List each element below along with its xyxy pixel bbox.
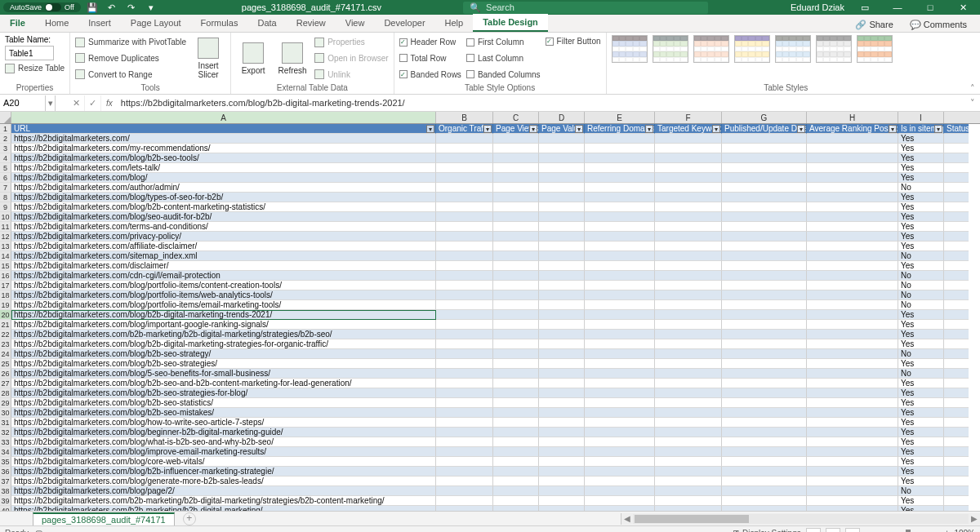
cell[interactable]	[493, 418, 539, 428]
cell[interactable]	[539, 447, 585, 457]
comments-button[interactable]: 💬 Comments	[905, 18, 972, 32]
row-header[interactable]: 7	[0, 183, 11, 193]
table-row[interactable]: 25https://b2bdigitalmarketers.com/blog/b…	[0, 359, 980, 369]
cell[interactable]	[655, 388, 722, 398]
cell[interactable]: https://b2bdigitalmarketers.com/cdn-cgi/…	[11, 271, 436, 281]
cell[interactable]	[944, 290, 969, 300]
table-row[interactable]: 36https://b2bdigitalmarketers.com/blog/b…	[0, 467, 980, 477]
cell[interactable]	[539, 242, 585, 251]
cell[interactable]	[436, 212, 493, 222]
cell[interactable]: Yes	[898, 193, 944, 202]
cell[interactable]	[944, 408, 969, 418]
table-style-swatch[interactable]	[734, 35, 770, 63]
cell[interactable]	[585, 193, 655, 202]
cell[interactable]	[944, 437, 969, 447]
cell[interactable]	[539, 457, 585, 467]
cell[interactable]	[493, 310, 539, 320]
row-header[interactable]: 29	[0, 398, 11, 408]
cell[interactable]	[944, 193, 969, 202]
tab-review[interactable]: Review	[287, 14, 336, 32]
cell[interactable]	[722, 144, 807, 153]
export-button[interactable]: Export	[236, 35, 270, 82]
table-style-swatch[interactable]	[816, 35, 852, 63]
cell[interactable]	[539, 173, 585, 183]
row-header[interactable]: 9	[0, 202, 11, 212]
cell[interactable]	[436, 486, 493, 496]
cell[interactable]	[944, 153, 969, 163]
cell[interactable]	[807, 261, 898, 271]
col-header[interactable]: D	[539, 112, 585, 123]
cell[interactable]	[722, 261, 807, 271]
cell[interactable]	[539, 163, 585, 173]
cell[interactable]	[722, 251, 807, 261]
cell[interactable]	[585, 457, 655, 467]
cell[interactable]	[655, 330, 722, 339]
cell[interactable]	[722, 212, 807, 222]
cell[interactable]	[585, 486, 655, 496]
minimize-icon[interactable]: —	[885, 0, 910, 15]
cell[interactable]	[807, 202, 898, 212]
cell[interactable]	[493, 242, 539, 251]
tab-view[interactable]: View	[336, 14, 375, 32]
cell[interactable]	[493, 398, 539, 408]
table-row[interactable]: 23https://b2bdigitalmarketers.com/blog/b…	[0, 339, 980, 349]
row-header[interactable]: 25	[0, 359, 11, 369]
cell[interactable]	[539, 251, 585, 261]
cell[interactable]	[436, 418, 493, 428]
cell[interactable]: Yes	[898, 408, 944, 418]
cell[interactable]	[722, 163, 807, 173]
cell[interactable]	[944, 300, 969, 310]
cell[interactable]	[722, 330, 807, 339]
row-header[interactable]: 37	[0, 477, 11, 486]
cell[interactable]	[807, 193, 898, 202]
filter-dropdown-icon[interactable]: ▾	[797, 125, 805, 133]
table-row[interactable]: 39https://b2bdigitalmarketers.com/b2b-ma…	[0, 496, 980, 506]
cell[interactable]	[585, 261, 655, 271]
cell[interactable]	[585, 428, 655, 437]
cell[interactable]	[655, 486, 722, 496]
cell[interactable]: Yes	[898, 398, 944, 408]
cell[interactable]	[585, 281, 655, 290]
cell[interactable]	[493, 379, 539, 388]
cell[interactable]	[585, 359, 655, 369]
cell[interactable]	[722, 467, 807, 477]
cell[interactable]: Yes	[898, 330, 944, 339]
cell[interactable]	[807, 134, 898, 144]
cell[interactable]	[944, 173, 969, 183]
cell[interactable]	[585, 163, 655, 173]
add-sheet-button[interactable]: +	[183, 512, 196, 525]
cell[interactable]	[539, 271, 585, 281]
search-box[interactable]: 🔍 Search	[463, 2, 708, 14]
cell[interactable]	[493, 261, 539, 271]
cell[interactable]	[807, 339, 898, 349]
cell[interactable]	[585, 212, 655, 222]
cell[interactable]	[944, 310, 969, 320]
cell[interactable]	[539, 193, 585, 202]
cell[interactable]	[436, 467, 493, 477]
col-header[interactable]: H	[807, 112, 898, 123]
cell[interactable]	[493, 193, 539, 202]
cell[interactable]: https://b2bdigitalmarketers.com/blog/cor…	[11, 457, 436, 467]
cell[interactable]	[585, 418, 655, 428]
cell[interactable]: https://b2bdigitalmarketers.com/affiliat…	[11, 242, 436, 251]
cell[interactable]	[493, 486, 539, 496]
row-header[interactable]: 6	[0, 173, 11, 183]
cell[interactable]: Yes	[898, 144, 944, 153]
row-header[interactable]: 2	[0, 134, 11, 144]
cell[interactable]: https://b2bdigitalmarketers.com/my-recom…	[11, 144, 436, 153]
cell[interactable]	[436, 261, 493, 271]
cell[interactable]: https://b2bdigitalmarketers.com/blog/wha…	[11, 437, 436, 447]
cell[interactable]	[585, 339, 655, 349]
table-row[interactable]: 33https://b2bdigitalmarketers.com/blog/w…	[0, 437, 980, 447]
table-row[interactable]: 30https://b2bdigitalmarketers.com/blog/b…	[0, 408, 980, 418]
cell[interactable]	[585, 310, 655, 320]
tab-formulas[interactable]: Formulas	[191, 14, 248, 32]
cell[interactable]	[493, 428, 539, 437]
cell[interactable]	[655, 251, 722, 261]
row-header[interactable]: 13	[0, 242, 11, 251]
table-row[interactable]: 24https://b2bdigitalmarketers.com/blog/b…	[0, 349, 980, 359]
cell[interactable]	[493, 212, 539, 222]
row-header[interactable]: 27	[0, 379, 11, 388]
cell[interactable]	[585, 271, 655, 281]
cell[interactable]	[436, 232, 493, 242]
